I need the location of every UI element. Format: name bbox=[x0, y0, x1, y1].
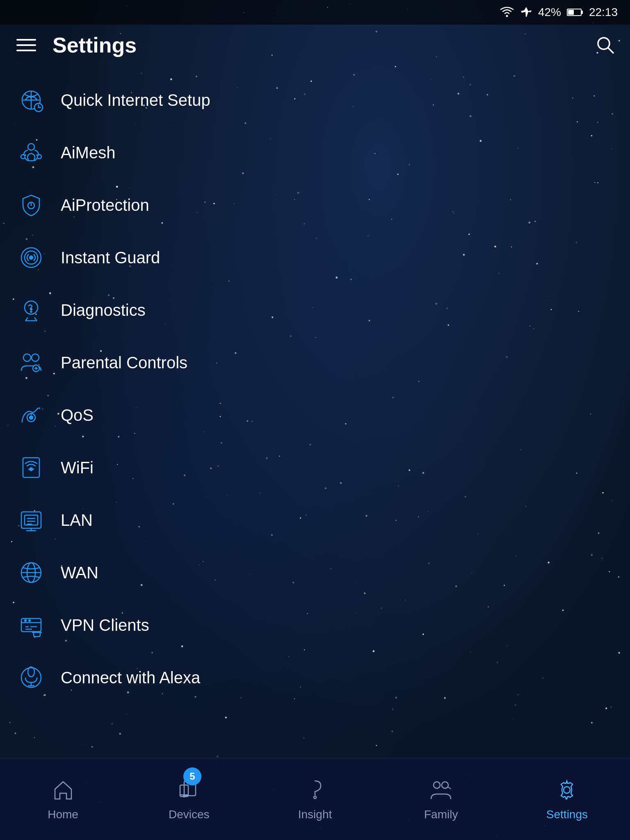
menu-item-aimesh[interactable]: AiMesh bbox=[0, 126, 630, 179]
menu-item-aiprotection[interactable]: AiProtection bbox=[0, 179, 630, 231]
wan-label: WAN bbox=[61, 564, 98, 582]
svg-line-5 bbox=[608, 48, 614, 53]
lan-icon bbox=[16, 505, 46, 535]
svg-point-15 bbox=[30, 256, 33, 259]
time-text: 22:13 bbox=[589, 6, 618, 19]
svg-point-50 bbox=[183, 795, 185, 797]
nav-settings-label: Settings bbox=[546, 808, 588, 821]
connect-alexa-label: Connect with Alexa bbox=[61, 669, 200, 687]
alexa-icon bbox=[16, 663, 46, 692]
svg-point-44 bbox=[28, 667, 34, 677]
wan-icon bbox=[16, 558, 46, 587]
svg-point-8 bbox=[28, 144, 34, 150]
svg-point-54 bbox=[564, 787, 570, 793]
svg-point-0 bbox=[506, 15, 508, 17]
diagnostics-label: Diagnostics bbox=[61, 301, 146, 320]
devices-badge: 5 bbox=[183, 767, 201, 785]
svg-point-10 bbox=[37, 155, 41, 159]
svg-point-52 bbox=[434, 782, 440, 788]
hamburger-menu-button[interactable] bbox=[12, 35, 40, 55]
nav-item-home[interactable]: Home bbox=[0, 758, 126, 840]
aimesh-icon bbox=[16, 138, 46, 167]
lan-label: LAN bbox=[61, 511, 93, 530]
instant-guard-icon bbox=[16, 243, 46, 272]
page-title: Settings bbox=[52, 33, 581, 57]
settings-menu-list: Quick Internet Setup AiMesh bbox=[0, 66, 630, 758]
nav-item-family[interactable]: Family bbox=[378, 758, 504, 840]
nav-item-devices[interactable]: 5 Devices bbox=[126, 758, 252, 840]
vpn-clients-label: VPN Clients bbox=[61, 616, 149, 635]
menu-item-diagnostics[interactable]: Diagnostics bbox=[0, 284, 630, 336]
svg-point-17 bbox=[31, 311, 32, 313]
menu-item-connect-alexa[interactable]: Connect with Alexa bbox=[0, 651, 630, 704]
menu-item-parental-controls[interactable]: Parental Controls bbox=[0, 336, 630, 389]
nav-insight-label: Insight bbox=[298, 808, 332, 821]
nav-family-label: Family bbox=[424, 808, 458, 821]
nav-home-label: Home bbox=[48, 808, 78, 821]
diagnostics-icon bbox=[16, 295, 46, 325]
vpn-icon bbox=[16, 610, 46, 640]
svg-point-18 bbox=[23, 354, 31, 361]
menu-item-vpn-clients[interactable]: VPN Clients bbox=[0, 599, 630, 651]
nav-item-settings[interactable]: Settings bbox=[504, 758, 630, 840]
parental-controls-icon bbox=[16, 348, 46, 377]
nav-devices-label: Devices bbox=[169, 808, 210, 821]
aimesh-label: AiMesh bbox=[61, 144, 115, 162]
svg-rect-29 bbox=[25, 515, 38, 525]
svg-point-41 bbox=[29, 620, 30, 621]
svg-point-24 bbox=[30, 416, 33, 419]
qos-label: QoS bbox=[61, 406, 94, 425]
svg-point-51 bbox=[314, 796, 316, 799]
svg-point-9 bbox=[21, 155, 25, 159]
menu-item-wan[interactable]: WAN bbox=[0, 546, 630, 599]
battery-text: 42% bbox=[538, 6, 561, 19]
svg-point-40 bbox=[25, 620, 26, 621]
aiprotection-icon bbox=[16, 190, 46, 220]
menu-item-wifi[interactable]: WiFi bbox=[0, 441, 630, 494]
svg-point-19 bbox=[32, 354, 39, 361]
nav-item-insight[interactable]: Insight bbox=[252, 758, 378, 840]
bottom-navigation: Home 5 Devices Insight bbox=[0, 758, 630, 840]
qos-icon bbox=[16, 400, 46, 430]
wifi-settings-icon bbox=[16, 453, 46, 482]
menu-item-instant-guard[interactable]: Instant Guard bbox=[0, 231, 630, 284]
menu-item-lan[interactable]: LAN bbox=[0, 494, 630, 546]
top-bar: Settings bbox=[0, 25, 630, 66]
status-bar: 42% 22:13 bbox=[0, 0, 630, 25]
svg-point-4 bbox=[598, 38, 609, 49]
aiprotection-label: AiProtection bbox=[61, 196, 149, 215]
search-button[interactable] bbox=[593, 33, 618, 57]
wifi-label: WiFi bbox=[61, 459, 94, 477]
quick-setup-icon bbox=[16, 85, 46, 115]
svg-rect-2 bbox=[568, 10, 574, 15]
menu-item-qos[interactable]: QoS bbox=[0, 389, 630, 441]
quick-internet-setup-label: Quick Internet Setup bbox=[61, 91, 210, 110]
menu-item-quick-internet-setup[interactable]: Quick Internet Setup bbox=[0, 74, 630, 126]
svg-rect-3 bbox=[581, 11, 583, 14]
instant-guard-label: Instant Guard bbox=[61, 249, 160, 267]
parental-controls-label: Parental Controls bbox=[61, 354, 187, 372]
